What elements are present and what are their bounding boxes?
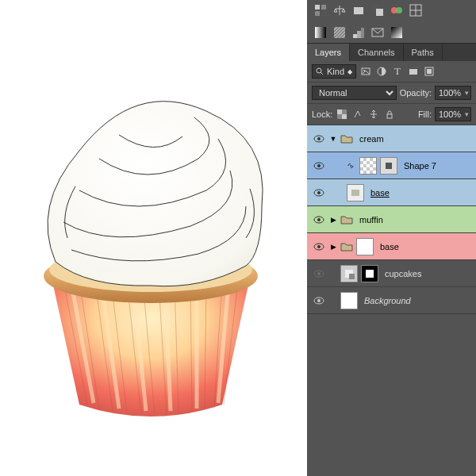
blend-row: Normal Opacity: 100%▾ [307, 83, 476, 104]
svg-rect-49 [342, 114, 347, 119]
folder-icon [340, 214, 353, 225]
canvas-area [0, 0, 307, 476]
visibility-icon[interactable] [312, 267, 326, 281]
envelope-icon[interactable] [370, 25, 385, 40]
svg-rect-23 [321, 11, 326, 16]
layer-name: base [370, 188, 390, 198]
svg-point-64 [317, 245, 321, 248]
layer-thumbnail [347, 184, 364, 202]
layers-list: ▼ cream Shape 7 base ▶ muffin ▶ [307, 125, 476, 476]
panel-tabs: Layers Channels Paths [307, 44, 476, 61]
tab-layers[interactable]: Layers [307, 44, 350, 61]
visibility-icon[interactable] [312, 132, 326, 146]
svg-rect-34 [353, 34, 357, 38]
layer-thumbnail [359, 157, 377, 175]
chevron-right-icon[interactable]: ▶ [329, 243, 337, 251]
mask-thumbnail [380, 157, 397, 175]
hatch-icon[interactable] [332, 25, 347, 40]
layer-name: base [380, 242, 399, 251]
svg-rect-68 [349, 274, 355, 279]
blend-mode-select[interactable]: Normal [312, 86, 397, 100]
layer-shape7[interactable]: Shape 7 [307, 152, 476, 179]
layer-name: cream [359, 134, 384, 144]
swatches-icon[interactable] [313, 3, 328, 17]
layer-group-muffin[interactable]: ▶ muffin [307, 206, 476, 233]
visibility-icon[interactable] [312, 240, 326, 254]
gradient2-icon[interactable] [390, 25, 404, 40]
svg-rect-52 [387, 114, 392, 118]
layer-background[interactable]: Background [307, 287, 476, 314]
filter-pixel-icon[interactable] [359, 65, 372, 78]
svg-rect-48 [337, 109, 342, 114]
svg-rect-44 [409, 69, 417, 75]
search-icon [316, 67, 324, 75]
layer-filter-row: Kind ◆ T [307, 61, 476, 83]
layer-name: Background [364, 296, 411, 305]
kind-filter[interactable]: Kind ◆ [312, 64, 356, 79]
svg-point-54 [317, 137, 321, 140]
svg-rect-20 [315, 5, 320, 10]
svg-rect-60 [351, 190, 359, 196]
mask-thumbnail [356, 238, 374, 255]
layer-name: cupcakes [385, 269, 421, 278]
layer-thumbnail [340, 292, 358, 309]
lock-transparent-icon[interactable] [336, 108, 348, 121]
lock-row: Lock: Fill: 100%▾ [307, 104, 476, 125]
tab-channels[interactable]: Channels [350, 44, 403, 61]
balance-icon[interactable] [332, 3, 347, 17]
visibility-icon[interactable] [312, 186, 326, 200]
svg-point-56 [317, 164, 321, 167]
grid-icon[interactable] [409, 3, 423, 17]
svg-rect-46 [427, 69, 432, 74]
svg-rect-32 [315, 27, 326, 38]
link-icon [345, 160, 356, 171]
svg-rect-26 [376, 9, 383, 16]
layer-name: Shape 7 [404, 161, 436, 171]
steps-icon[interactable] [351, 25, 366, 40]
svg-rect-36 [361, 28, 364, 38]
fill-input[interactable]: 100%▾ [435, 107, 471, 121]
svg-point-28 [396, 7, 402, 13]
chevron-right-icon[interactable]: ▶ [329, 216, 337, 224]
visibility-icon[interactable] [312, 213, 326, 227]
opacity-label: Opacity: [400, 88, 432, 98]
kind-label: Kind [327, 67, 344, 76]
folder-icon [340, 241, 353, 252]
visibility-icon[interactable] [312, 294, 326, 308]
layer-cupcakes[interactable]: cupcakes [307, 260, 476, 287]
layer-group-base[interactable]: ▶ base [307, 233, 476, 260]
circles-icon[interactable] [390, 3, 404, 17]
layer-name: muffin [359, 215, 383, 225]
layer-base-cream[interactable]: base [307, 179, 476, 206]
svg-line-40 [321, 72, 323, 75]
fill-label: Fill: [418, 109, 432, 119]
tab-paths[interactable]: Paths [404, 44, 443, 61]
visibility-icon[interactable] [312, 159, 326, 173]
smart-thumbnail [340, 265, 358, 282]
options-toolbar [307, 0, 476, 44]
lock-all-icon[interactable] [383, 108, 396, 121]
opacity-input[interactable]: 100%▾ [435, 86, 471, 100]
layer-group-cream[interactable]: ▼ cream [307, 125, 476, 152]
lock-pixels-icon[interactable] [351, 108, 364, 121]
svg-rect-38 [391, 27, 402, 38]
svg-rect-21 [321, 5, 326, 10]
mask-thumbnail [361, 265, 378, 282]
svg-point-62 [317, 218, 321, 221]
lock-position-icon[interactable] [367, 108, 380, 121]
rect-icon[interactable] [351, 3, 366, 17]
filter-adjust-icon[interactable] [375, 65, 388, 78]
svg-rect-22 [315, 11, 320, 16]
gradient1-icon[interactable] [313, 25, 328, 40]
svg-rect-57 [386, 163, 392, 169]
filter-type-icon[interactable]: T [391, 65, 404, 78]
overlap-icon[interactable] [370, 3, 385, 17]
filter-shape-icon[interactable] [407, 65, 420, 78]
folder-icon [340, 133, 353, 144]
svg-point-66 [317, 272, 321, 275]
filter-smart-icon[interactable] [423, 65, 436, 78]
svg-point-59 [317, 191, 321, 194]
lock-label: Lock: [312, 109, 332, 119]
chevron-down-icon[interactable]: ▼ [329, 135, 337, 143]
svg-rect-24 [354, 7, 363, 14]
